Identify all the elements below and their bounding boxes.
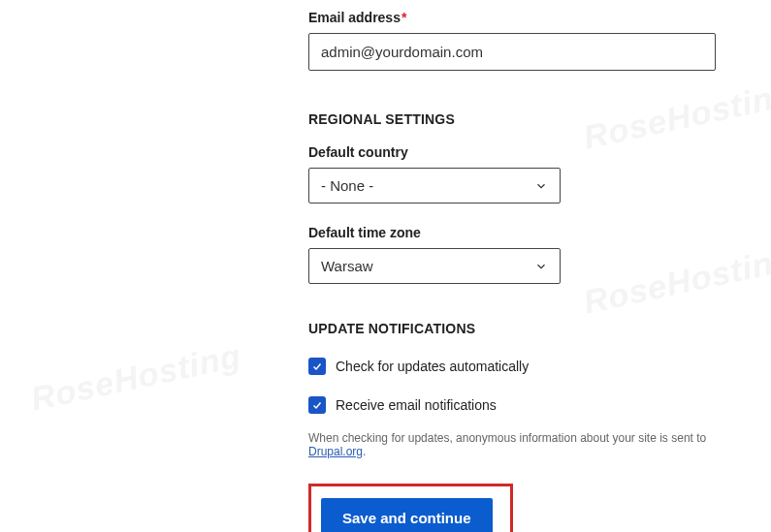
timezone-label: Default time zone: [308, 225, 713, 240]
country-value: - None -: [321, 177, 373, 194]
email-notif-label: Receive email notifications: [336, 397, 497, 413]
regional-heading: REGIONAL SETTINGS: [308, 111, 713, 127]
updates-helper: When checking for updates, anonymous inf…: [308, 431, 713, 458]
config-form: Email address* REGIONAL SETTINGS Default…: [0, 0, 771, 532]
chevron-down-icon: [534, 260, 548, 273]
timezone-value: Warsaw: [321, 258, 373, 274]
save-continue-button[interactable]: Save and continue: [321, 498, 493, 532]
country-label: Default country: [308, 144, 713, 160]
timezone-field-group: Default time zone Warsaw: [308, 225, 713, 284]
updates-heading: UPDATE NOTIFICATIONS: [308, 321, 713, 336]
chevron-down-icon: [534, 179, 548, 193]
country-select[interactable]: - None -: [308, 168, 561, 203]
email-notif-row[interactable]: Receive email notifications: [308, 396, 713, 414]
check-auto-row[interactable]: Check for updates automatically: [308, 358, 713, 375]
email-label: Email address*: [308, 10, 713, 25]
timezone-select[interactable]: Warsaw: [308, 248, 561, 284]
submit-highlight: Save and continue: [308, 484, 513, 532]
email-field-group: Email address*: [308, 10, 713, 71]
helper-pre: When checking for updates, anonymous inf…: [308, 431, 706, 445]
check-auto-checkbox[interactable]: [308, 358, 326, 375]
required-mark: *: [402, 10, 406, 25]
drupal-link[interactable]: Drupal.org: [308, 445, 363, 458]
email-input[interactable]: [308, 33, 716, 71]
country-field-group: Default country - None -: [308, 144, 713, 203]
email-notif-checkbox[interactable]: [308, 396, 326, 414]
check-auto-label: Check for updates automatically: [336, 359, 529, 374]
email-label-text: Email address: [308, 10, 401, 25]
helper-post: .: [363, 445, 366, 458]
